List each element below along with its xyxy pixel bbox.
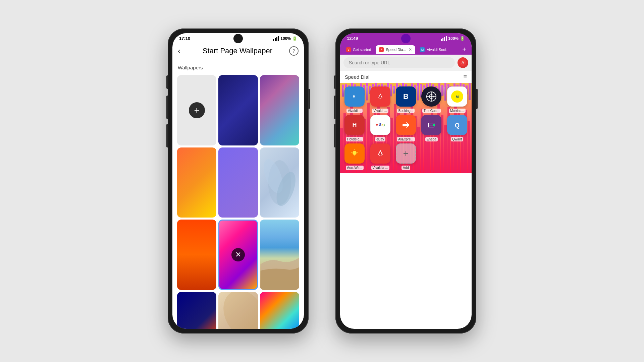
- dial-item-ebay[interactable]: e B a y eBay: [368, 115, 392, 141]
- add-icon: +: [189, 102, 205, 118]
- svg-text:M: M: [455, 95, 459, 99]
- booking-icon: B: [396, 86, 416, 107]
- vivaldi2-icon: [370, 143, 390, 164]
- tab-favicon-speed-dial: S: [379, 47, 384, 52]
- volume-down-button-right[interactable]: [334, 124, 335, 147]
- dial-item-qwant[interactable]: Q Qwant: [445, 115, 469, 141]
- tab-vivaldi-social[interactable]: M Vivaldi Soci...: [417, 45, 450, 54]
- booking-label: Booking...: [397, 109, 415, 113]
- app-header: ‹ Start Page Wallpaper ?: [172, 42, 304, 60]
- signal-icon-right: [441, 36, 447, 41]
- wallpaper-item[interactable]: [260, 147, 299, 218]
- svg-text:Q: Q: [455, 122, 460, 129]
- wallpaper-item[interactable]: [260, 75, 299, 145]
- aliexpress-label: AliExpre...: [397, 137, 415, 141]
- vivaldi2-label: Vivaldia ...: [371, 166, 389, 170]
- add-wallpaper-button[interactable]: +: [177, 75, 216, 145]
- dial-item-add[interactable]: + Add: [394, 143, 418, 170]
- tab-label-vivaldi-social: Vivaldi Soci...: [427, 48, 447, 52]
- dial-item-eneba[interactable]: Eneba: [420, 115, 443, 141]
- dial-item-aliexpress[interactable]: AliExpre...: [394, 115, 418, 141]
- browser-tab-bar: V Get started S Speed Dia... ✕ M Vivaldi…: [340, 42, 472, 55]
- speed-dial-header: Speed Dial ≡: [340, 71, 472, 83]
- url-bar: [340, 55, 472, 71]
- camera-pill: [233, 34, 243, 43]
- wallpaper-item-selected[interactable]: ✕: [218, 220, 258, 290]
- new-tab-button[interactable]: +: [460, 44, 469, 55]
- speed-dial-content: Vivaldi ... Vivaldi ...: [340, 83, 472, 173]
- wallpaper-item[interactable]: [177, 292, 216, 329]
- dial-item-vivaldi[interactable]: Vivaldi ...: [368, 86, 392, 113]
- vivaldi-icon: [370, 86, 390, 107]
- ebay-icon: e B a y: [370, 115, 390, 135]
- volume-up-button-right[interactable]: [334, 96, 335, 119]
- wallpaper-item[interactable]: [177, 147, 216, 218]
- status-bar-right: 12:49 100% 🔋: [340, 33, 472, 42]
- hotels-icon: H: [344, 115, 365, 135]
- tab-get-started[interactable]: V Get started: [343, 45, 374, 54]
- tab-close-button[interactable]: ✕: [409, 47, 412, 52]
- mastodon-icon: [344, 86, 365, 107]
- wallpaper-grid: +: [172, 73, 304, 329]
- help-button[interactable]: ?: [289, 46, 299, 56]
- vivaldi-browser-icon[interactable]: [458, 57, 468, 68]
- mastodon-label: Vivaldi ...: [346, 109, 363, 113]
- back-button[interactable]: ‹: [178, 46, 180, 56]
- dial-item-vivaldi2[interactable]: Vivaldia ...: [368, 143, 392, 170]
- qwant-label: Qwant: [451, 137, 463, 141]
- eneba-label: Eneba: [425, 137, 438, 141]
- svg-point-142: [353, 151, 357, 155]
- tab-speed-dial[interactable]: S Speed Dia... ✕: [376, 45, 415, 54]
- time-display: 17:10: [179, 36, 190, 41]
- tab-favicon-vivaldi: V: [346, 47, 351, 52]
- speed-dial-menu-icon[interactable]: ≡: [463, 73, 467, 80]
- dial-item-morrisons[interactable]: M Morriso...: [445, 86, 469, 113]
- tab-favicon-mastodon: M: [420, 47, 425, 52]
- morrisons-label: Morriso...: [449, 109, 466, 113]
- dial-item-accuweather[interactable]: AccuWe...: [343, 143, 366, 170]
- dial-item-mastodon[interactable]: Vivaldi ...: [343, 86, 366, 113]
- vivaldi-label: Vivaldi ...: [372, 109, 388, 113]
- svg-text:B: B: [379, 123, 381, 126]
- wallpaper-item[interactable]: [260, 220, 299, 290]
- status-icons-right: 100% 🔋: [441, 36, 465, 41]
- wallpaper-item[interactable]: [218, 292, 258, 329]
- wallpapers-section-label: Wallpapers: [172, 60, 304, 73]
- add-label: Add: [401, 166, 410, 170]
- morrisons-icon: M: [447, 86, 467, 107]
- power-button[interactable]: [309, 89, 310, 109]
- hotels-label: Hotels.c...: [346, 137, 363, 141]
- status-bar-left: 17:10 100% 🔋: [172, 33, 304, 42]
- tab-label-speed-dial: Speed Dia...: [386, 48, 406, 52]
- volume-silent-button-right[interactable]: [334, 75, 335, 89]
- left-phone: 17:10 100% 🔋 ‹: [168, 28, 309, 334]
- status-icons: 100% 🔋: [273, 36, 297, 41]
- right-phone: 12:49 100% 🔋: [335, 28, 476, 334]
- battery-icon-right: 🔋: [460, 36, 465, 41]
- dial-item-guardian[interactable]: The Gua...: [420, 86, 443, 113]
- volume-down-button[interactable]: [166, 124, 168, 147]
- battery-text: 100%: [280, 36, 291, 41]
- volume-up-button[interactable]: [166, 96, 168, 119]
- wallpaper-item[interactable]: [177, 220, 216, 290]
- qwant-icon: Q: [447, 115, 467, 135]
- speed-dial-grid: Vivaldi ... Vivaldi ...: [340, 83, 472, 173]
- wallpaper-item[interactable]: [218, 75, 258, 145]
- accuweather-label: AccuWe...: [346, 166, 364, 170]
- svg-text:e: e: [376, 123, 378, 126]
- guardian-icon: [421, 86, 441, 107]
- phones-container: 17:10 100% 🔋 ‹: [168, 28, 476, 334]
- wallpaper-item[interactable]: [260, 292, 299, 329]
- selected-checkmark: ✕: [231, 248, 245, 261]
- guardian-label: The Gua...: [422, 109, 441, 113]
- power-button-right[interactable]: [476, 89, 478, 109]
- dial-item-hotels[interactable]: H Hotels.c...: [343, 115, 366, 141]
- wallpaper-item[interactable]: [218, 147, 258, 218]
- dial-item-booking[interactable]: B Booking...: [394, 86, 418, 113]
- svg-point-3: [218, 292, 258, 329]
- time-display-right: 12:49: [347, 36, 358, 41]
- url-input[interactable]: [343, 57, 455, 68]
- volume-silent-button[interactable]: [166, 75, 168, 89]
- page-title: Start Page Wallpaper: [186, 47, 289, 55]
- battery-icon: 🔋: [292, 36, 297, 41]
